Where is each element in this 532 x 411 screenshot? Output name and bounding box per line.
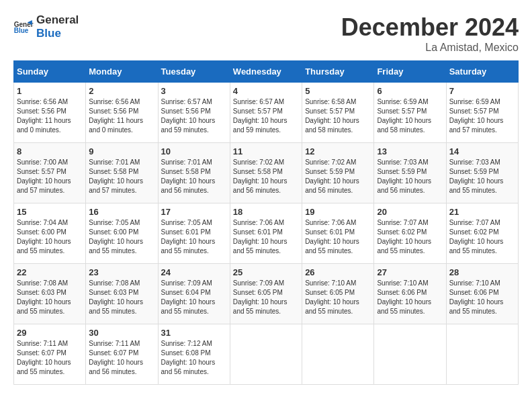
day-info: Sunrise: 7:11 AMSunset: 6:07 PMDaylight:… bbox=[89, 340, 143, 375]
day-info: Sunrise: 7:03 AMSunset: 5:59 PMDaylight:… bbox=[449, 158, 504, 194]
day-number: 9 bbox=[89, 146, 154, 156]
header-sunday: Sunday bbox=[14, 61, 86, 83]
day-cell: 12 Sunrise: 7:02 AMSunset: 5:59 PMDaylig… bbox=[302, 143, 374, 203]
header-thursday: Thursday bbox=[302, 61, 374, 83]
day-info: Sunrise: 7:01 AMSunset: 5:58 PMDaylight:… bbox=[89, 158, 143, 194]
day-info: Sunrise: 7:01 AMSunset: 5:58 PMDaylight:… bbox=[161, 158, 216, 194]
day-number: 25 bbox=[233, 267, 299, 277]
day-number: 11 bbox=[233, 146, 299, 156]
logo-icon: General Blue bbox=[13, 20, 34, 34]
day-info: Sunrise: 7:04 AMSunset: 6:00 PMDaylight:… bbox=[17, 219, 71, 255]
day-cell: 24 Sunrise: 7:09 AMSunset: 6:04 PMDaylig… bbox=[158, 264, 230, 324]
day-cell: 26 Sunrise: 7:10 AMSunset: 6:05 PMDaylig… bbox=[302, 264, 374, 324]
day-cell: 28 Sunrise: 7:10 AMSunset: 6:06 PMDaylig… bbox=[446, 264, 518, 324]
header-tuesday: Tuesday bbox=[158, 61, 230, 83]
day-cell: 27 Sunrise: 7:10 AMSunset: 6:06 PMDaylig… bbox=[374, 264, 446, 324]
header-monday: Monday bbox=[86, 61, 158, 83]
day-cell: 7 Sunrise: 6:59 AMSunset: 5:57 PMDayligh… bbox=[446, 83, 518, 143]
day-info: Sunrise: 7:10 AMSunset: 6:06 PMDaylight:… bbox=[449, 279, 504, 315]
week-row-3: 15 Sunrise: 7:04 AMSunset: 6:00 PMDaylig… bbox=[14, 203, 519, 264]
day-info: Sunrise: 7:09 AMSunset: 6:04 PMDaylight:… bbox=[161, 279, 216, 315]
day-number: 24 bbox=[161, 267, 227, 277]
day-info: Sunrise: 6:57 AMSunset: 5:56 PMDaylight:… bbox=[161, 98, 216, 134]
day-cell: 15 Sunrise: 7:04 AMSunset: 6:00 PMDaylig… bbox=[14, 203, 86, 264]
header-wednesday: Wednesday bbox=[230, 61, 302, 83]
svg-text:Blue: Blue bbox=[14, 27, 29, 34]
day-cell: 31 Sunrise: 7:12 AMSunset: 6:08 PMDaylig… bbox=[158, 324, 230, 385]
day-info: Sunrise: 7:00 AMSunset: 5:57 PMDaylight:… bbox=[17, 158, 71, 194]
day-cell: 8 Sunrise: 7:00 AMSunset: 5:57 PMDayligh… bbox=[14, 143, 86, 203]
day-number: 3 bbox=[161, 86, 227, 96]
week-row-5: 29 Sunrise: 7:11 AMSunset: 6:07 PMDaylig… bbox=[14, 324, 519, 385]
day-info: Sunrise: 7:09 AMSunset: 6:05 PMDaylight:… bbox=[233, 279, 287, 315]
day-cell bbox=[374, 324, 446, 385]
day-info: Sunrise: 7:06 AMSunset: 6:01 PMDaylight:… bbox=[233, 219, 287, 255]
day-info: Sunrise: 7:08 AMSunset: 6:03 PMDaylight:… bbox=[89, 279, 143, 315]
header-saturday: Saturday bbox=[446, 61, 518, 83]
day-cell: 17 Sunrise: 7:05 AMSunset: 6:01 PMDaylig… bbox=[158, 203, 230, 264]
title-area: December 2024 La Amistad, Mexico bbox=[341, 13, 519, 54]
day-info: Sunrise: 7:08 AMSunset: 6:03 PMDaylight:… bbox=[17, 279, 71, 315]
day-cell: 1 Sunrise: 6:56 AMSunset: 5:56 PMDayligh… bbox=[14, 83, 86, 143]
day-cell: 30 Sunrise: 7:11 AMSunset: 6:07 PMDaylig… bbox=[86, 324, 158, 385]
day-info: Sunrise: 7:10 AMSunset: 6:06 PMDaylight:… bbox=[377, 279, 431, 315]
logo-general: General bbox=[36, 13, 79, 27]
day-info: Sunrise: 7:05 AMSunset: 6:00 PMDaylight:… bbox=[89, 219, 143, 255]
day-number: 7 bbox=[449, 86, 515, 96]
day-number: 2 bbox=[89, 86, 154, 96]
day-cell: 10 Sunrise: 7:01 AMSunset: 5:58 PMDaylig… bbox=[158, 143, 230, 203]
day-cell: 9 Sunrise: 7:01 AMSunset: 5:58 PMDayligh… bbox=[86, 143, 158, 203]
day-number: 8 bbox=[17, 146, 83, 156]
header-friday: Friday bbox=[374, 61, 446, 83]
day-number: 5 bbox=[305, 86, 371, 96]
day-cell: 19 Sunrise: 7:06 AMSunset: 6:01 PMDaylig… bbox=[302, 203, 374, 264]
day-info: Sunrise: 6:56 AMSunset: 5:56 PMDaylight:… bbox=[89, 98, 143, 134]
week-row-2: 8 Sunrise: 7:00 AMSunset: 5:57 PMDayligh… bbox=[14, 143, 519, 203]
week-row-4: 22 Sunrise: 7:08 AMSunset: 6:03 PMDaylig… bbox=[14, 264, 519, 324]
calendar-table: SundayMondayTuesdayWednesdayThursdayFrid… bbox=[13, 60, 519, 385]
day-info: Sunrise: 7:10 AMSunset: 6:05 PMDaylight:… bbox=[305, 279, 359, 315]
month-title: December 2024 bbox=[341, 13, 519, 42]
header-row: SundayMondayTuesdayWednesdayThursdayFrid… bbox=[14, 61, 519, 83]
day-number: 17 bbox=[161, 207, 227, 217]
day-number: 13 bbox=[377, 146, 443, 156]
day-info: Sunrise: 6:59 AMSunset: 5:57 PMDaylight:… bbox=[377, 98, 431, 134]
day-cell: 23 Sunrise: 7:08 AMSunset: 6:03 PMDaylig… bbox=[86, 264, 158, 324]
day-cell: 16 Sunrise: 7:05 AMSunset: 6:00 PMDaylig… bbox=[86, 203, 158, 264]
day-number: 28 bbox=[449, 267, 515, 277]
logo: General Blue General Blue bbox=[13, 13, 79, 40]
day-cell bbox=[230, 324, 302, 385]
day-number: 16 bbox=[89, 207, 154, 217]
day-number: 12 bbox=[305, 146, 371, 156]
day-info: Sunrise: 6:57 AMSunset: 5:57 PMDaylight:… bbox=[233, 98, 287, 134]
page-header: General Blue General Blue December 2024 … bbox=[13, 13, 519, 54]
day-number: 29 bbox=[17, 328, 83, 338]
day-number: 27 bbox=[377, 267, 443, 277]
day-info: Sunrise: 7:06 AMSunset: 6:01 PMDaylight:… bbox=[305, 219, 359, 255]
day-cell: 2 Sunrise: 6:56 AMSunset: 5:56 PMDayligh… bbox=[86, 83, 158, 143]
day-info: Sunrise: 7:11 AMSunset: 6:07 PMDaylight:… bbox=[17, 340, 71, 375]
day-number: 30 bbox=[89, 328, 154, 338]
day-cell: 18 Sunrise: 7:06 AMSunset: 6:01 PMDaylig… bbox=[230, 203, 302, 264]
day-cell: 14 Sunrise: 7:03 AMSunset: 5:59 PMDaylig… bbox=[446, 143, 518, 203]
day-number: 23 bbox=[89, 267, 154, 277]
day-cell bbox=[446, 324, 518, 385]
location-title: La Amistad, Mexico bbox=[341, 42, 519, 54]
day-cell: 4 Sunrise: 6:57 AMSunset: 5:57 PMDayligh… bbox=[230, 83, 302, 143]
day-cell: 3 Sunrise: 6:57 AMSunset: 5:56 PMDayligh… bbox=[158, 83, 230, 143]
day-number: 1 bbox=[17, 86, 83, 96]
day-cell: 25 Sunrise: 7:09 AMSunset: 6:05 PMDaylig… bbox=[230, 264, 302, 324]
week-row-1: 1 Sunrise: 6:56 AMSunset: 5:56 PMDayligh… bbox=[14, 83, 519, 143]
logo-blue: Blue bbox=[36, 27, 79, 40]
day-cell bbox=[302, 324, 374, 385]
day-info: Sunrise: 7:05 AMSunset: 6:01 PMDaylight:… bbox=[161, 219, 216, 255]
day-info: Sunrise: 7:02 AMSunset: 5:59 PMDaylight:… bbox=[305, 158, 359, 194]
day-number: 31 bbox=[161, 328, 227, 338]
day-cell: 29 Sunrise: 7:11 AMSunset: 6:07 PMDaylig… bbox=[14, 324, 86, 385]
day-info: Sunrise: 6:56 AMSunset: 5:56 PMDaylight:… bbox=[17, 98, 71, 134]
day-number: 26 bbox=[305, 267, 371, 277]
day-info: Sunrise: 7:12 AMSunset: 6:08 PMDaylight:… bbox=[161, 340, 216, 375]
day-number: 15 bbox=[17, 207, 83, 217]
day-number: 20 bbox=[377, 207, 443, 217]
day-number: 21 bbox=[449, 207, 515, 217]
